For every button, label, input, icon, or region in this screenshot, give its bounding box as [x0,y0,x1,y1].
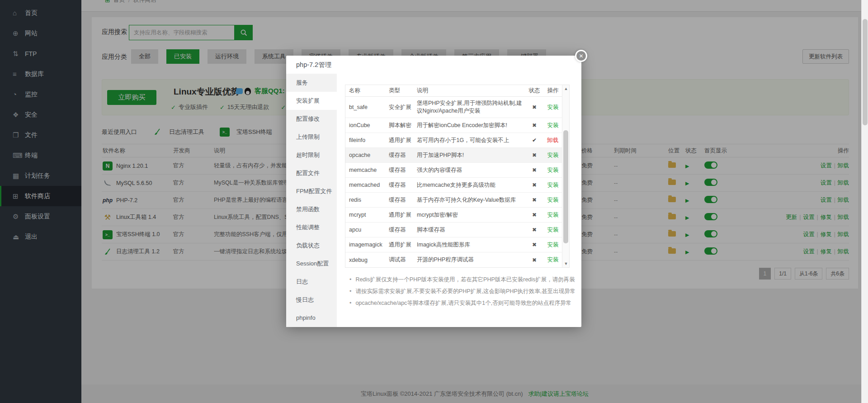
extension-type: 缓存器 [389,226,417,234]
modal-menu-item-1[interactable]: 安装扩展 [286,92,337,110]
extension-description: 脚本缓存器 [417,226,525,234]
extension-table: 名称类型说明状态操作 bt_safe安全扩展堡塔PHP安全扩展,用于增强防跨站机… [345,85,570,268]
not-installed-cross-icon: ✖ [532,212,537,218]
extension-row: memcached缓存器比memcache支持更多高级功能✖安装 [345,178,562,193]
extension-row: opcache缓存器用于加速PHP脚本!✖安装 [345,148,562,163]
extension-name: redis [349,197,389,203]
extension-action-安装[interactable]: 安装 [547,152,559,158]
extension-action-安装[interactable]: 安装 [547,256,559,263]
modal-body: 服务安装扩展配置修改上传限制超时限制配置文件FPM配置文件禁用函数性能调整负载状… [286,74,581,327]
modal-close-button[interactable]: ✕ [575,50,587,62]
modal-menu-item-3[interactable]: 上传限制 [286,128,337,146]
extension-name: ionCube [349,122,389,128]
extension-col-header: 说明 [417,87,525,95]
extension-type: 脚本解密 [389,122,417,129]
modal-menu-item-2[interactable]: 配置修改 [286,110,337,128]
extension-type: 通用扩展 [389,241,417,249]
extension-description: 比memcache支持更多高级功能 [417,181,525,189]
modal-menu-item-11[interactable]: 日志 [286,273,337,291]
browser-scrollbar[interactable] [861,0,868,403]
modal-menu-item-6[interactable]: FPM配置文件 [286,182,337,200]
extension-row: bt_safe安全扩展堡塔PHP安全扩展,用于增强防跨站机制,建议Nginx/A… [345,97,562,118]
extension-action-cell: 安装 [543,152,562,159]
extension-type: 缓存器 [389,166,417,174]
extension-status: ✖ [525,167,543,173]
php-manage-modal: ✕ php-7.2管理 服务安装扩展配置修改上传限制超时限制配置文件FPM配置文… [286,56,581,327]
extension-status: ✖ [525,227,543,233]
not-installed-cross-icon: ✖ [532,152,537,158]
not-installed-cross-icon: ✖ [532,242,537,248]
extension-status: ✖ [525,197,543,203]
modal-menu-item-9[interactable]: 负载状态 [286,237,337,255]
extension-action-cell: 安装 [543,211,562,219]
not-installed-cross-icon: ✖ [532,182,537,188]
modal-menu-item-4[interactable]: 超时限制 [286,146,337,164]
not-installed-cross-icon: ✖ [532,227,537,233]
extension-type: 缓存器 [389,181,417,189]
not-installed-cross-icon: ✖ [532,104,537,110]
extension-name: imagemagick [349,242,389,248]
extension-notes: Redis扩展仅支持一个PHP版本安装使用，若在其它PHP版本已安装redis扩… [345,274,573,309]
extension-name: opcache [349,152,389,158]
extension-name: memcached [349,182,389,188]
modal-menu-item-0[interactable]: 服务 [286,74,337,92]
extension-description: Imagick高性能图形库 [417,241,525,249]
scroll-down-icon[interactable]: ▼ [562,261,570,267]
extension-status: ✖ [525,182,543,188]
not-installed-cross-icon: ✖ [532,167,537,173]
browser-scrollbar-thumb[interactable] [863,19,868,125]
extension-action-cell: 安装 [543,104,562,111]
extension-row: redis缓存器基于内存亦可持久化的Key-Value数据库✖安装 [345,193,562,208]
extension-col-header: 操作 [543,87,562,95]
close-icon: ✕ [579,53,583,59]
extension-row: ionCube脚本解密用于解密ionCube Encoder加密脚本!✖安装 [345,118,562,133]
extension-note-2: opcache/xcache/apc等脚本缓存扩展,请只安装其中1个,否则可能导… [349,297,573,309]
extension-status: ✔ [525,137,543,143]
modal-menu-item-12[interactable]: 慢日志 [286,291,337,309]
extension-action-安装[interactable]: 安装 [547,122,559,128]
extension-action-cell: 安装 [543,166,562,174]
extension-action-安装[interactable]: 安装 [547,104,559,110]
extension-note-1: 请按实际需求安装扩展,不要安装不必要的PHP扩展,这会影响PHP执行效率,甚至出… [349,285,573,297]
modal-menu-item-7[interactable]: 禁用函数 [286,200,337,218]
extension-col-header: 类型 [389,87,417,95]
scroll-up-icon[interactable]: ▲ [562,85,570,92]
extension-action-安装[interactable]: 安装 [547,167,559,173]
modal-content: 名称类型说明状态操作 bt_safe安全扩展堡塔PHP安全扩展,用于增强防跨站机… [337,74,581,327]
extension-description: 强大的内容缓存器 [417,166,525,174]
extension-action-cell: 安装 [543,122,562,129]
extension-row: apcu缓存器脚本缓存器✖安装 [345,223,562,237]
extension-row: mcrypt通用扩展mcrypt加密/解密✖安装 [345,208,562,223]
modal-menu-item-10[interactable]: Session配置 [286,255,337,273]
extension-row: fileinfo通用扩展若可用内存小于1G，可能会安装不上✔卸载 [345,133,562,148]
extension-type: 调试器 [389,256,417,264]
extension-name: mcrypt [349,212,389,218]
extension-table-body: bt_safe安全扩展堡塔PHP安全扩展,用于增强防跨站机制,建议Nginx/A… [345,97,562,267]
modal-menu-item-5[interactable]: 配置文件 [286,164,337,182]
scrollbar-thumb[interactable] [563,130,568,243]
extension-name: bt_safe [349,104,389,110]
extension-action-安装[interactable]: 安装 [547,242,559,248]
extension-action-卸载[interactable]: 卸载 [547,137,559,143]
extension-action-安装[interactable]: 安装 [547,197,559,203]
extension-table-scrollbar[interactable]: ▲ ▼ [562,85,569,267]
extension-col-header: 状态 [525,87,543,95]
extension-name: xdebug [349,257,389,263]
modal-menu-item-8[interactable]: 性能调整 [286,218,337,237]
extension-row: imagemagick通用扩展Imagick高性能图形库✖安装 [345,237,562,252]
extension-action-安装[interactable]: 安装 [547,227,559,233]
extension-description: mcrypt加密/解密 [417,211,525,219]
modal-menu: 服务安装扩展配置修改上传限制超时限制配置文件FPM配置文件禁用函数性能调整负载状… [286,74,337,327]
extension-table-header: 名称类型说明状态操作 [345,85,562,97]
extension-row: xdebug调试器开源的PHP程序调试器✖安装 [345,252,562,267]
extension-description: 用于解密ionCube Encoder加密脚本! [417,122,525,129]
extension-type: 缓存器 [389,152,417,159]
extension-description: 若可用内存小于1G，可能会安装不上 [417,137,525,144]
modal-menu-item-13[interactable]: phpinfo [286,309,337,327]
extension-action-cell: 安装 [543,181,562,189]
extension-type: 通用扩展 [389,211,417,219]
extension-description: 开源的PHP程序调试器 [417,256,525,264]
extension-action-安装[interactable]: 安装 [547,182,559,188]
extension-action-安装[interactable]: 安装 [547,212,559,218]
extension-col-header: 名称 [349,87,389,95]
